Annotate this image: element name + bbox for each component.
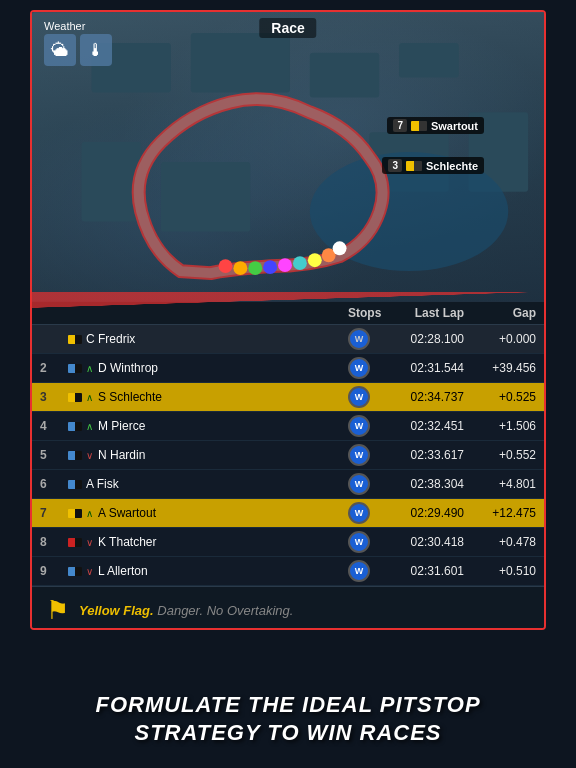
driver-label-name: Swartout: [431, 120, 478, 132]
table-header: Stops Last Lap Gap: [32, 302, 544, 325]
tyre-icon: W: [348, 473, 370, 495]
gap: +0.525: [464, 390, 536, 404]
game-card: Race Weather 🌥 🌡 7 Swartout 3 Schlechte …: [30, 10, 546, 630]
trend-icon: ∨: [86, 566, 93, 577]
trend-icon: ∧: [86, 421, 93, 432]
row-pos: 8: [40, 535, 68, 549]
driver-name: A Swartout: [98, 506, 156, 520]
last-lap: 02:31.544: [384, 361, 464, 375]
row-pos: 4: [40, 419, 68, 433]
tyre-icon: W: [348, 415, 370, 437]
svg-point-15: [293, 256, 307, 270]
tyre-icon: W: [348, 357, 370, 379]
gap: +0.000: [464, 332, 536, 346]
last-lap: 02:30.418: [384, 535, 464, 549]
driver-name: M Pierce: [98, 419, 145, 433]
yellow-flag-banner: ⚑ Yellow Flag. Danger. No Overtaking.: [32, 586, 544, 630]
table-row: 8 ∨ K Thatcher W 02:30.418 +0.478: [32, 528, 544, 557]
flag-text-highlight: Yellow Flag.: [79, 603, 154, 618]
trend-icon: ∧: [86, 363, 93, 374]
driver-flag: [68, 335, 82, 344]
col-last-lap: Last Lap: [384, 306, 464, 320]
row-pos: 6: [40, 477, 68, 491]
trend-icon: ∧: [86, 392, 93, 403]
table-row: 4 ∧ M Pierce W 02:32.451 +1.506: [32, 412, 544, 441]
yellow-flag-text: Yellow Flag. Danger. No Overtaking.: [79, 603, 293, 618]
svg-rect-5: [82, 142, 142, 221]
svg-rect-3: [310, 53, 379, 98]
map-driver-label-schlechte: 3 Schlechte: [382, 157, 484, 174]
last-lap: 02:34.737: [384, 390, 464, 404]
promo-line2: STRATEGY TO WIN RACES: [0, 719, 576, 748]
driver-flag-icon: [411, 121, 427, 131]
gap: +0.478: [464, 535, 536, 549]
col-pos: [40, 306, 68, 320]
driver-cell: A Fisk: [68, 477, 348, 491]
col-driver: [68, 306, 348, 320]
driver-cell: ∧ D Winthrop: [68, 361, 348, 375]
svg-rect-2: [191, 33, 290, 93]
svg-point-16: [308, 253, 322, 267]
table-row: 2 ∧ D Winthrop W 02:31.544 +39.456: [32, 354, 544, 383]
last-lap: 02:29.490: [384, 506, 464, 520]
driver-pos-badge: 7: [393, 119, 407, 132]
driver-name: A Fisk: [86, 477, 119, 491]
promo-text: FORMULATE THE IDEAL PITSTOP STRATEGY TO …: [0, 691, 576, 748]
gap: +0.552: [464, 448, 536, 462]
driver-cell: ∨ K Thatcher: [68, 535, 348, 549]
table-row: 9 ∨ L Allerton W 02:31.601 +0.510: [32, 557, 544, 586]
cloud-icon: 🌥: [44, 34, 76, 66]
driver-cell: ∧ A Swartout: [68, 506, 348, 520]
row-pos: 5: [40, 448, 68, 462]
driver-flag: [68, 509, 82, 518]
tyre-icon: W: [348, 444, 370, 466]
flag-text-rest: Danger. No Overtaking.: [157, 603, 293, 618]
driver-pos-badge: 3: [388, 159, 402, 172]
driver-flag: [68, 393, 82, 402]
driver-flag: [68, 451, 82, 460]
row-pos: 2: [40, 361, 68, 375]
driver-flag-icon: [406, 161, 422, 171]
map-driver-label-swartout: 7 Swartout: [387, 117, 484, 134]
table-row: 6 A Fisk W 02:38.304 +4.801: [32, 470, 544, 499]
promo-line1: FORMULATE THE IDEAL PITSTOP: [0, 691, 576, 720]
driver-cell: ∨ N Hardin: [68, 448, 348, 462]
row-pos: 3: [40, 390, 68, 404]
svg-point-13: [263, 260, 277, 274]
driver-name: N Hardin: [98, 448, 145, 462]
last-lap: 02:38.304: [384, 477, 464, 491]
svg-point-12: [248, 261, 262, 275]
gap: +12.475: [464, 506, 536, 520]
gap: +39.456: [464, 361, 536, 375]
tyre-icon: W: [348, 531, 370, 553]
tyre-icon: W: [348, 560, 370, 582]
col-gap: Gap: [464, 306, 536, 320]
driver-name: D Winthrop: [98, 361, 158, 375]
trend-icon: ∧: [86, 508, 93, 519]
driver-flag: [68, 364, 82, 373]
row-pos: 7: [40, 506, 68, 520]
gap: +4.801: [464, 477, 536, 491]
svg-rect-6: [161, 162, 250, 231]
driver-label-name: Schlechte: [426, 160, 478, 172]
driver-flag: [68, 480, 82, 489]
col-stops: Stops: [348, 306, 384, 320]
thermometer-icon: 🌡: [80, 34, 112, 66]
last-lap: 02:33.617: [384, 448, 464, 462]
svg-rect-4: [399, 43, 459, 78]
weather-icons: 🌥 🌡: [44, 34, 112, 66]
driver-cell: C Fredrix: [68, 332, 348, 346]
driver-cell: ∨ L Allerton: [68, 564, 348, 578]
table-row: 7 ∧ A Swartout W 02:29.490 +12.475: [32, 499, 544, 528]
weather-widget: Weather 🌥 🌡: [44, 20, 112, 66]
driver-name: C Fredrix: [86, 332, 135, 346]
driver-name: L Allerton: [98, 564, 148, 578]
row-pos: 9: [40, 564, 68, 578]
map-area: Race Weather 🌥 🌡 7 Swartout 3 Schlechte: [32, 12, 544, 302]
driver-name: S Schlechte: [98, 390, 162, 404]
trend-icon: ∨: [86, 537, 93, 548]
svg-point-10: [219, 259, 233, 273]
driver-cell: ∧ S Schlechte: [68, 390, 348, 404]
last-lap: 02:32.451: [384, 419, 464, 433]
yellow-flag-icon: ⚑: [46, 595, 69, 626]
